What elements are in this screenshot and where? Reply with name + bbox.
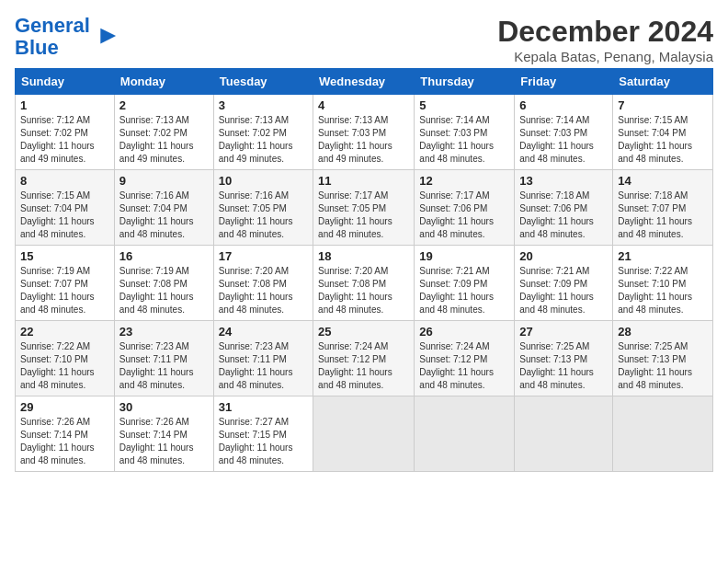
day-number: 21 (618, 249, 708, 263)
day-info: Sunrise: 7:19 AMSunset: 7:07 PMDaylight:… (20, 265, 109, 316)
calendar-cell: 26Sunrise: 7:24 AMSunset: 7:12 PMDayligh… (415, 321, 515, 396)
calendar-cell (313, 396, 415, 472)
title-area: December 2024 Kepala Batas, Penang, Mala… (497, 15, 713, 64)
calendar-cell (613, 396, 713, 472)
day-number: 27 (519, 325, 608, 339)
day-number: 7 (618, 98, 708, 112)
day-info: Sunrise: 7:15 AMSunset: 7:04 PMDaylight:… (618, 114, 708, 166)
calendar-cell: 23Sunrise: 7:23 AMSunset: 7:11 PMDayligh… (114, 321, 213, 396)
weekday-header-row: SundayMondayTuesdayWednesdayThursdayFrid… (16, 69, 713, 95)
day-info: Sunrise: 7:15 AMSunset: 7:04 PMDaylight:… (20, 190, 109, 241)
calendar-cell: 5Sunrise: 7:14 AMSunset: 7:03 PMDaylight… (415, 95, 515, 170)
day-info: Sunrise: 7:18 AMSunset: 7:06 PMDaylight:… (519, 190, 608, 241)
header: General Blue December 2024 Kepala Batas,… (15, 15, 713, 64)
calendar-cell: 2Sunrise: 7:13 AMSunset: 7:02 PMDaylight… (114, 95, 213, 170)
weekday-header-monday: Monday (114, 69, 213, 95)
calendar-cell: 8Sunrise: 7:15 AMSunset: 7:04 PMDaylight… (16, 170, 115, 246)
day-number: 30 (119, 400, 209, 414)
day-number: 31 (219, 400, 308, 414)
week-row-3: 15Sunrise: 7:19 AMSunset: 7:07 PMDayligh… (16, 246, 713, 321)
day-info: Sunrise: 7:12 AMSunset: 7:02 PMDaylight:… (20, 114, 109, 166)
calendar-cell: 25Sunrise: 7:24 AMSunset: 7:12 PMDayligh… (313, 321, 415, 396)
week-row-5: 29Sunrise: 7:26 AMSunset: 7:14 PMDayligh… (16, 396, 713, 472)
day-number: 6 (519, 98, 608, 112)
calendar-cell: 9Sunrise: 7:16 AMSunset: 7:04 PMDaylight… (114, 170, 213, 246)
weekday-header-tuesday: Tuesday (213, 69, 313, 95)
day-number: 20 (519, 249, 608, 263)
logo-text: General Blue (15, 15, 90, 59)
calendar-cell: 3Sunrise: 7:13 AMSunset: 7:02 PMDaylight… (213, 95, 313, 170)
calendar-cell: 15Sunrise: 7:19 AMSunset: 7:07 PMDayligh… (16, 246, 115, 321)
day-info: Sunrise: 7:17 AMSunset: 7:06 PMDaylight:… (419, 190, 509, 241)
logo-icon (92, 24, 118, 50)
day-number: 11 (318, 174, 409, 188)
calendar-cell: 10Sunrise: 7:16 AMSunset: 7:05 PMDayligh… (213, 170, 313, 246)
day-info: Sunrise: 7:13 AMSunset: 7:03 PMDaylight:… (318, 114, 409, 166)
month-title: December 2024 (497, 15, 713, 49)
day-info: Sunrise: 7:26 AMSunset: 7:14 PMDaylight:… (20, 416, 109, 467)
day-number: 14 (618, 174, 708, 188)
calendar-cell: 28Sunrise: 7:25 AMSunset: 7:13 PMDayligh… (613, 321, 713, 396)
day-number: 29 (20, 400, 109, 414)
day-info: Sunrise: 7:21 AMSunset: 7:09 PMDaylight:… (419, 265, 509, 316)
day-number: 18 (318, 249, 409, 263)
day-info: Sunrise: 7:27 AMSunset: 7:15 PMDaylight:… (219, 416, 308, 467)
calendar-cell: 20Sunrise: 7:21 AMSunset: 7:09 PMDayligh… (515, 246, 613, 321)
calendar-cell: 22Sunrise: 7:22 AMSunset: 7:10 PMDayligh… (16, 321, 115, 396)
day-number: 1 (20, 98, 109, 112)
day-info: Sunrise: 7:17 AMSunset: 7:05 PMDaylight:… (318, 190, 409, 241)
day-number: 12 (419, 174, 509, 188)
day-number: 28 (618, 325, 708, 339)
day-number: 4 (318, 98, 409, 112)
calendar-cell: 7Sunrise: 7:15 AMSunset: 7:04 PMDaylight… (613, 95, 713, 170)
day-number: 3 (219, 98, 308, 112)
day-number: 16 (119, 249, 209, 263)
day-info: Sunrise: 7:16 AMSunset: 7:05 PMDaylight:… (219, 190, 308, 241)
day-info: Sunrise: 7:24 AMSunset: 7:12 PMDaylight:… (318, 340, 409, 392)
day-info: Sunrise: 7:18 AMSunset: 7:07 PMDaylight:… (618, 190, 708, 241)
day-info: Sunrise: 7:20 AMSunset: 7:08 PMDaylight:… (219, 265, 308, 316)
day-number: 17 (219, 249, 308, 263)
calendar-cell: 17Sunrise: 7:20 AMSunset: 7:08 PMDayligh… (213, 246, 313, 321)
day-info: Sunrise: 7:20 AMSunset: 7:08 PMDaylight:… (318, 265, 409, 316)
day-info: Sunrise: 7:14 AMSunset: 7:03 PMDaylight:… (419, 114, 509, 166)
day-info: Sunrise: 7:13 AMSunset: 7:02 PMDaylight:… (219, 114, 308, 166)
weekday-header-friday: Friday (515, 69, 613, 95)
day-number: 25 (318, 325, 409, 339)
calendar-cell: 19Sunrise: 7:21 AMSunset: 7:09 PMDayligh… (415, 246, 515, 321)
day-number: 24 (219, 325, 308, 339)
calendar-cell: 12Sunrise: 7:17 AMSunset: 7:06 PMDayligh… (415, 170, 515, 246)
calendar-cell: 1Sunrise: 7:12 AMSunset: 7:02 PMDaylight… (16, 95, 115, 170)
calendar-cell: 13Sunrise: 7:18 AMSunset: 7:06 PMDayligh… (515, 170, 613, 246)
calendar-cell (515, 396, 613, 472)
calendar-cell: 11Sunrise: 7:17 AMSunset: 7:05 PMDayligh… (313, 170, 415, 246)
calendar-cell: 14Sunrise: 7:18 AMSunset: 7:07 PMDayligh… (613, 170, 713, 246)
weekday-header-sunday: Sunday (16, 69, 115, 95)
logo: General Blue (15, 15, 118, 59)
day-info: Sunrise: 7:22 AMSunset: 7:10 PMDaylight:… (20, 340, 109, 392)
svg-marker-0 (100, 29, 116, 44)
day-number: 2 (119, 98, 209, 112)
week-row-2: 8Sunrise: 7:15 AMSunset: 7:04 PMDaylight… (16, 170, 713, 246)
day-number: 23 (119, 325, 209, 339)
day-number: 9 (119, 174, 209, 188)
day-info: Sunrise: 7:16 AMSunset: 7:04 PMDaylight:… (119, 190, 209, 241)
day-number: 13 (519, 174, 608, 188)
week-row-1: 1Sunrise: 7:12 AMSunset: 7:02 PMDaylight… (16, 95, 713, 170)
day-number: 10 (219, 174, 308, 188)
calendar-cell: 30Sunrise: 7:26 AMSunset: 7:14 PMDayligh… (114, 396, 213, 472)
weekday-header-wednesday: Wednesday (313, 69, 415, 95)
day-info: Sunrise: 7:13 AMSunset: 7:02 PMDaylight:… (119, 114, 209, 166)
day-number: 19 (419, 249, 509, 263)
logo-line1: General (15, 14, 90, 37)
day-info: Sunrise: 7:23 AMSunset: 7:11 PMDaylight:… (219, 340, 308, 392)
day-info: Sunrise: 7:19 AMSunset: 7:08 PMDaylight:… (119, 265, 209, 316)
day-number: 26 (419, 325, 509, 339)
week-row-4: 22Sunrise: 7:22 AMSunset: 7:10 PMDayligh… (16, 321, 713, 396)
day-number: 22 (20, 325, 109, 339)
calendar-cell (415, 396, 515, 472)
location-title: Kepala Batas, Penang, Malaysia (497, 49, 713, 64)
day-info: Sunrise: 7:24 AMSunset: 7:12 PMDaylight:… (419, 340, 509, 392)
day-info: Sunrise: 7:23 AMSunset: 7:11 PMDaylight:… (119, 340, 209, 392)
day-number: 8 (20, 174, 109, 188)
